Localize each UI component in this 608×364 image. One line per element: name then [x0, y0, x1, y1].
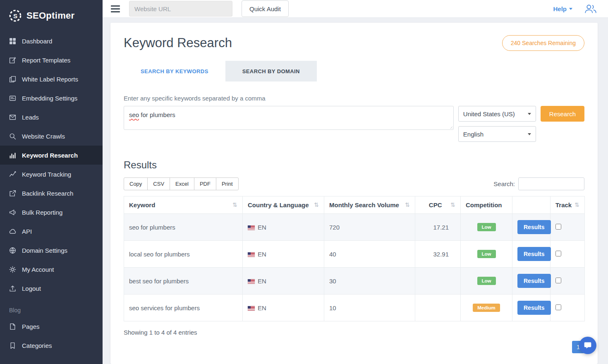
- column-header-monthly-search-volume[interactable]: Monthly Search Volume: [324, 196, 415, 214]
- results-heading: Results: [124, 159, 584, 171]
- excel-button[interactable]: Excel: [170, 177, 194, 190]
- us-flag-icon: [248, 306, 255, 311]
- volume-cell: 40: [324, 241, 415, 268]
- sidebar-item-label: Keyword Tracking: [22, 171, 71, 178]
- track-cell: [551, 214, 585, 241]
- column-header-keyword[interactable]: Keyword: [124, 196, 243, 214]
- sidebar-item-logout[interactable]: Logout: [0, 279, 103, 298]
- language-code: EN: [258, 304, 266, 311]
- us-flag-icon: [248, 225, 255, 230]
- topbar-right: Help: [553, 3, 597, 14]
- page-title: Keyword Research: [124, 36, 232, 50]
- action-cell: Results: [512, 268, 551, 295]
- column-label: Monthly Search Volume: [329, 201, 399, 208]
- sidebar-item-label: Embedding Settings: [22, 95, 77, 102]
- column-header-track[interactable]: Track: [551, 196, 585, 214]
- results-button[interactable]: Results: [517, 274, 551, 288]
- chevron-down-icon: [569, 8, 572, 10]
- search-form: seo for plumbers United States (US) Engl…: [124, 106, 584, 142]
- sidebar-section-blog: Blog: [0, 298, 103, 317]
- sidebar-item-bulk-reporting[interactable]: Bulk Reporting: [0, 203, 103, 222]
- quick-audit-button[interactable]: Quick Audit: [242, 0, 289, 17]
- country-cell: EN: [243, 295, 324, 321]
- table-row: local seo for plumbers EN 40 32.91 Low R…: [124, 241, 585, 268]
- track-checkbox[interactable]: [555, 278, 561, 283]
- sidebar-item-label: Categories: [22, 342, 52, 349]
- sidebar-item-website-crawls[interactable]: Website Crawls: [0, 127, 103, 146]
- chevron-down-icon: [528, 133, 531, 135]
- track-checkbox[interactable]: [555, 224, 561, 230]
- research-button[interactable]: Research: [541, 106, 584, 122]
- sidebar-item-pages[interactable]: Pages: [0, 317, 103, 336]
- tab-search-by-keywords[interactable]: SEARCH BY KEYWORDS: [124, 61, 225, 81]
- sidebar-item-dashboard[interactable]: Dashboard: [0, 31, 103, 50]
- column-label: Track: [555, 201, 572, 208]
- sidebar-item-backlink-research[interactable]: Backlink Research: [0, 184, 103, 203]
- results-button[interactable]: Results: [517, 247, 551, 261]
- sidebar-item-keyword-research[interactable]: Keyword Research: [0, 146, 103, 165]
- users-icon[interactable]: [584, 3, 597, 14]
- language-select[interactable]: English: [458, 126, 536, 142]
- country-cell: EN: [243, 268, 324, 295]
- sort-icon: [405, 201, 410, 208]
- help-menu[interactable]: Help: [553, 5, 572, 12]
- country-select[interactable]: United States (US): [458, 106, 536, 122]
- sidebar-item-leads[interactable]: Leads: [0, 108, 103, 127]
- sidebar-item-label: Domain Settings: [22, 247, 67, 254]
- sidebar-item-report-templates[interactable]: Report Templates: [0, 50, 103, 69]
- column-header-actions: [512, 196, 551, 214]
- locale-selects: United States (US) English: [458, 106, 536, 142]
- chat-launcher-button[interactable]: [579, 337, 596, 354]
- embedding-settings-icon: [9, 95, 16, 102]
- action-cell: Results: [512, 214, 551, 241]
- track-checkbox[interactable]: [555, 304, 561, 310]
- sidebar-item-embedding-settings[interactable]: Embedding Settings: [0, 89, 103, 108]
- results-button[interactable]: Results: [517, 301, 551, 315]
- sidebar: S SEOptimer Dashboard Report Templates W…: [0, 0, 103, 364]
- pdf-button[interactable]: PDF: [194, 177, 216, 190]
- svg-text:S: S: [13, 12, 17, 19]
- competition-badge: Low: [477, 250, 496, 258]
- sidebar-item-label: Dashboard: [22, 38, 52, 45]
- volume-cell: 720: [324, 214, 415, 241]
- export-buttons: Copy CSV Excel PDF Print: [124, 177, 239, 190]
- sidebar-item-api[interactable]: API: [0, 222, 103, 241]
- sidebar-item-my-account[interactable]: My Account: [0, 260, 103, 279]
- volume-cell: 10: [324, 295, 415, 321]
- sidebar-item-label: My Account: [22, 266, 54, 273]
- print-button[interactable]: Print: [216, 177, 239, 190]
- language-code: EN: [258, 251, 266, 258]
- search-tabs: SEARCH BY KEYWORDS SEARCH BY DOMAIN: [124, 61, 584, 81]
- keyword-cell: best seo for plumbers: [124, 268, 243, 295]
- sidebar-item-label: Leads: [22, 114, 39, 121]
- pagination: 1: [124, 341, 584, 353]
- column-header-country-language[interactable]: Country & Language: [243, 196, 324, 214]
- results-button[interactable]: Results: [517, 220, 551, 234]
- hamburger-icon[interactable]: [111, 5, 120, 12]
- csv-button[interactable]: CSV: [147, 177, 170, 190]
- sidebar-item-categories[interactable]: Categories: [0, 336, 103, 355]
- table-search-input[interactable]: [518, 177, 584, 190]
- sidebar-item-white-label-reports[interactable]: White Label Reports: [0, 69, 103, 89]
- website-url-input[interactable]: [129, 1, 232, 17]
- logo[interactable]: S SEOptimer: [0, 0, 103, 31]
- tab-search-by-domain[interactable]: SEARCH BY DOMAIN: [225, 61, 317, 81]
- competition-cell: Low: [461, 214, 512, 241]
- keyword-cell: local seo for plumbers: [124, 241, 243, 268]
- sidebar-item-keyword-tracking[interactable]: Keyword Tracking: [0, 165, 103, 184]
- sidebar-item-label: API: [22, 228, 32, 235]
- leads-icon: [9, 114, 16, 121]
- white-label-reports-icon: [9, 76, 16, 83]
- keywords-input[interactable]: seo for plumbers: [124, 106, 454, 130]
- logo-text: SEOptimer: [26, 10, 74, 21]
- competition-cell: Low: [461, 241, 512, 268]
- copy-button[interactable]: Copy: [124, 177, 148, 190]
- bulk-reporting-icon: [9, 209, 16, 216]
- logout-icon: [9, 285, 16, 292]
- track-checkbox[interactable]: [555, 251, 561, 256]
- column-header-competition[interactable]: Competition: [461, 196, 512, 214]
- column-label: Country & Language: [248, 201, 309, 208]
- sidebar-item-domain-settings[interactable]: Domain Settings: [0, 241, 103, 260]
- column-header-cpc[interactable]: CPC: [415, 196, 461, 214]
- table-search: Search:: [493, 177, 584, 190]
